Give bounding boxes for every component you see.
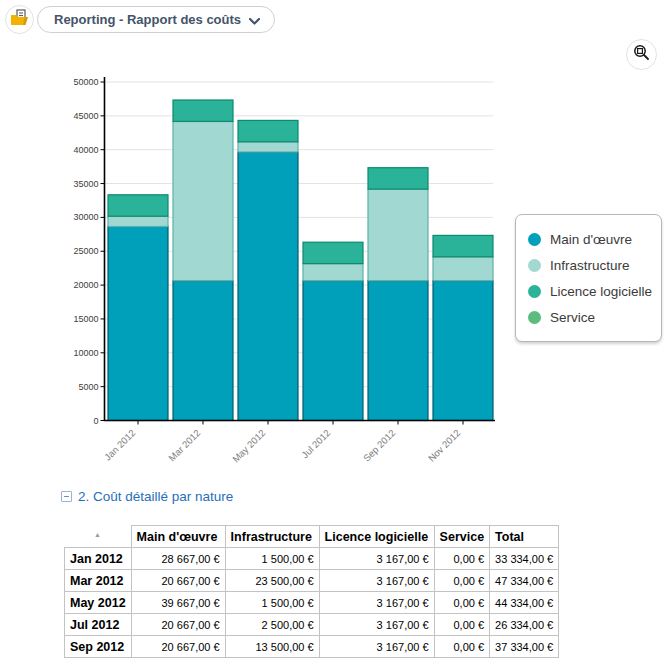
svg-text:45000: 45000 xyxy=(73,111,98,121)
cell-4-3: 0,00 € xyxy=(434,636,489,658)
cell-2-2: 3 167,00 € xyxy=(319,592,434,614)
legend-item-2: Licence logicielle xyxy=(528,278,651,304)
cell-3-0: 20 667,00 € xyxy=(131,614,225,636)
table-row: Jul 201220 667,00 €2 500,00 €3 167,00 €0… xyxy=(65,614,559,636)
cell-2-4: 44 334,00 € xyxy=(490,592,559,614)
cell-1-2: 3 167,00 € xyxy=(319,570,434,592)
chart-legend: Main d'œuvreInfrastructureLicence logici… xyxy=(515,214,662,342)
row-label-0: Jan 2012 xyxy=(65,548,132,570)
row-label-3: Jul 2012 xyxy=(65,614,132,636)
cell-1-1: 23 500,00 € xyxy=(225,570,319,592)
cell-4-4: 37 334,00 € xyxy=(490,636,559,658)
row-label-4: Sep 2012 xyxy=(65,636,132,658)
column-header-3[interactable]: Service xyxy=(434,526,489,548)
svg-text:5000: 5000 xyxy=(78,382,98,392)
svg-text:35000: 35000 xyxy=(73,179,98,189)
cell-3-2: 3 167,00 € xyxy=(319,614,434,636)
legend-swatch-icon xyxy=(528,233,541,246)
section-header: 2. Coût détaillé par nature xyxy=(61,489,233,504)
svg-text:25000: 25000 xyxy=(73,246,98,256)
column-header-4[interactable]: Total xyxy=(490,526,559,548)
legend-swatch-icon xyxy=(528,311,541,324)
svg-text:40000: 40000 xyxy=(73,145,98,155)
svg-text:Jul 2012: Jul 2012 xyxy=(299,427,332,460)
cell-1-0: 20 667,00 € xyxy=(131,570,225,592)
svg-text:15000: 15000 xyxy=(73,314,98,324)
cell-4-0: 20 667,00 € xyxy=(131,636,225,658)
svg-text:Sep 2012: Sep 2012 xyxy=(361,427,398,464)
cell-3-3: 0,00 € xyxy=(434,614,489,636)
legend-label: Infrastructure xyxy=(550,258,630,273)
table-row: Sep 201220 667,00 €13 500,00 €3 167,00 €… xyxy=(65,636,559,658)
sort-asc-icon[interactable]: ▲ xyxy=(94,531,101,538)
cell-0-4: 33 334,00 € xyxy=(490,548,559,570)
row-header-corner-cell: ▲ xyxy=(65,526,132,548)
cell-3-4: 26 334,00 € xyxy=(490,614,559,636)
cell-2-3: 0,00 € xyxy=(434,592,489,614)
cell-0-0: 28 667,00 € xyxy=(131,548,225,570)
row-label-2: May 2012 xyxy=(65,592,132,614)
column-header-0[interactable]: Main d'œuvre xyxy=(131,526,225,548)
svg-text:50000: 50000 xyxy=(73,77,98,87)
svg-text:Mar 2012: Mar 2012 xyxy=(166,427,202,463)
collapse-section-icon[interactable] xyxy=(61,491,72,502)
svg-text:0: 0 xyxy=(93,416,98,426)
column-header-2[interactable]: Licence logicielle xyxy=(319,526,434,548)
legend-label: Service xyxy=(550,310,595,325)
table-row: May 201239 667,00 €1 500,00 €3 167,00 €0… xyxy=(65,592,559,614)
svg-text:20000: 20000 xyxy=(73,280,98,290)
cell-4-2: 3 167,00 € xyxy=(319,636,434,658)
legend-item-0: Main d'œuvre xyxy=(528,226,651,252)
cell-1-3: 0,00 € xyxy=(434,570,489,592)
cost-detail-table: ▲ Main d'œuvreInfrastructureLicence logi… xyxy=(64,525,559,658)
cell-0-3: 0,00 € xyxy=(434,548,489,570)
svg-text:30000: 30000 xyxy=(73,212,98,222)
svg-text:Jan 2012: Jan 2012 xyxy=(102,427,137,462)
cell-2-0: 39 667,00 € xyxy=(131,592,225,614)
table-row: Jan 201228 667,00 €1 500,00 €3 167,00 €0… xyxy=(65,548,559,570)
svg-text:May 2012: May 2012 xyxy=(230,427,267,464)
table-row: Mar 201220 667,00 €23 500,00 €3 167,00 €… xyxy=(65,570,559,592)
section-title: 2. Coût détaillé par nature xyxy=(78,489,233,504)
svg-text:Nov 2012: Nov 2012 xyxy=(426,427,463,464)
legend-item-3: Service xyxy=(528,304,651,330)
row-label-1: Mar 2012 xyxy=(65,570,132,592)
legend-swatch-icon xyxy=(528,285,541,298)
legend-label: Licence logicielle xyxy=(550,284,652,299)
legend-label: Main d'œuvre xyxy=(550,232,632,247)
cell-0-2: 3 167,00 € xyxy=(319,548,434,570)
column-header-1[interactable]: Infrastructure xyxy=(225,526,319,548)
cell-4-1: 13 500,00 € xyxy=(225,636,319,658)
cell-1-4: 47 334,00 € xyxy=(490,570,559,592)
report-page: Reporting - Rapport des coûts 0500010000… xyxy=(0,0,667,659)
cell-2-1: 1 500,00 € xyxy=(225,592,319,614)
cell-3-1: 2 500,00 € xyxy=(225,614,319,636)
table-header-row: ▲ Main d'œuvreInfrastructureLicence logi… xyxy=(65,526,559,548)
legend-item-1: Infrastructure xyxy=(528,252,651,278)
svg-text:10000: 10000 xyxy=(73,348,98,358)
cell-0-1: 1 500,00 € xyxy=(225,548,319,570)
legend-swatch-icon xyxy=(528,259,541,272)
